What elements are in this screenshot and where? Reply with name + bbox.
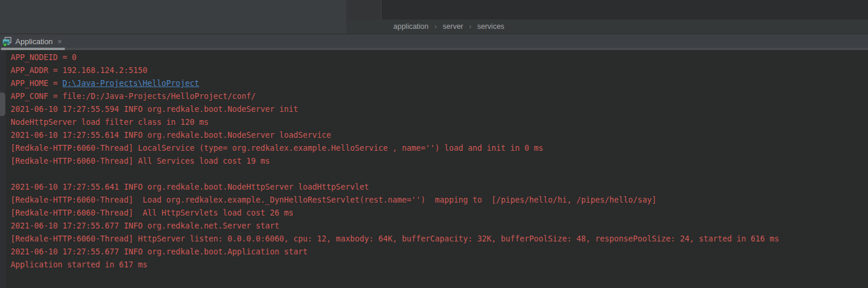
console-line: 2021-06-10 17:27:55.594 INFO org.redkale… [11, 103, 779, 116]
log-text: 2021-06-10 17:27:55.677 INFO org.redkale… [11, 247, 307, 256]
tab-application[interactable]: Application × [0, 34, 62, 48]
console-line: [Redkale-HTTP:6060-Thread] Load org.redk… [11, 194, 779, 207]
log-text: [Redkale-HTTP:6060-Thread] All Services … [11, 157, 270, 165]
console-line: [Redkale-HTTP:6060-Thread] HttpServer li… [11, 233, 779, 246]
console-tab-bar: Application × [0, 34, 868, 50]
console-line: APP_HOME = D:\Java-Projects\HelloProject [11, 77, 779, 90]
breadcrumb-item-services[interactable]: services [478, 22, 505, 31]
log-text: [Redkale-HTTP:6060-Thread] Load org.redk… [11, 196, 657, 204]
editor-top-strip [346, 0, 381, 19]
log-text: 2021-06-10 17:27:55.614 INFO org.redkale… [11, 131, 331, 140]
console-line: Application started in 617 ms [11, 259, 779, 272]
console-output[interactable]: APP_NODEID = 0APP_ADDR = 192.168.124.2:5… [0, 50, 868, 288]
run-console-icon [2, 37, 12, 47]
breadcrumb-item-server[interactable]: server [443, 22, 463, 31]
tool-window-panel [0, 0, 346, 34]
log-text: APP_NODEID = 0 [11, 53, 77, 62]
console-line: APP_CONF = file:/D:/Java-Projects/HelloP… [11, 90, 779, 103]
console-gutter [0, 50, 6, 288]
log-text: APP_ADDR = 192.168.124.2:5150 [11, 66, 147, 75]
log-text: APP_CONF = file:/D:/Java-Projects/HelloP… [11, 92, 256, 101]
file-path-link[interactable]: D:\Java-Projects\HelloProject [62, 79, 199, 88]
tab-application-label: Application [15, 37, 53, 46]
log-text: [Redkale-HTTP:6060-Thread] All HttpServl… [11, 208, 293, 217]
breadcrumb-item-application[interactable]: application [393, 22, 429, 31]
log-text: Application started in 617 ms [11, 260, 147, 269]
console-log: APP_NODEID = 0APP_ADDR = 192.168.124.2:5… [11, 51, 779, 272]
log-text: 2021-06-10 17:27:55.641 INFO org.redkale… [11, 183, 369, 191]
console-line: [Redkale-HTTP:6060-Thread] All Services … [11, 155, 779, 168]
console-line: 2021-06-10 17:27:55.677 INFO org.redkale… [11, 246, 779, 259]
log-text: [Redkale-HTTP:6060-Thread] LocalService … [11, 144, 544, 153]
breadcrumb-separator: › [469, 22, 472, 31]
tab-close-icon[interactable]: × [58, 37, 62, 46]
log-text: 2021-06-10 17:27:55.594 INFO org.redkale… [11, 105, 298, 114]
console-line: APP_ADDR = 192.168.124.2:5150 [11, 64, 779, 77]
console-line: APP_NODEID = 0 [11, 51, 779, 64]
console-line: NodeHttpServer load filter class in 120 … [11, 116, 779, 129]
editor-area [381, 0, 868, 19]
console-line: [Redkale-HTTP:6060-Thread] LocalService … [11, 142, 779, 155]
log-text: NodeHttpServer load filter class in 120 … [11, 118, 208, 127]
console-line: [Redkale-HTTP:6060-Thread] All HttpServl… [11, 207, 779, 220]
console-line [11, 168, 779, 181]
log-text: [Redkale-HTTP:6060-Thread] HttpServer li… [11, 234, 779, 243]
console-line: 2021-06-10 17:27:55.641 INFO org.redkale… [11, 181, 779, 194]
console-line: 2021-06-10 17:27:55.614 INFO org.redkale… [11, 129, 779, 142]
log-text: APP_HOME = [11, 79, 62, 88]
breadcrumb: application›server›services [346, 19, 868, 34]
log-text: 2021-06-10 17:27:55.677 INFO org.redkale… [11, 221, 279, 230]
gutter-scrollbar-thumb[interactable] [0, 92, 5, 116]
console-line: 2021-06-10 17:27:55.677 INFO org.redkale… [11, 220, 779, 233]
breadcrumb-separator: › [435, 22, 437, 31]
